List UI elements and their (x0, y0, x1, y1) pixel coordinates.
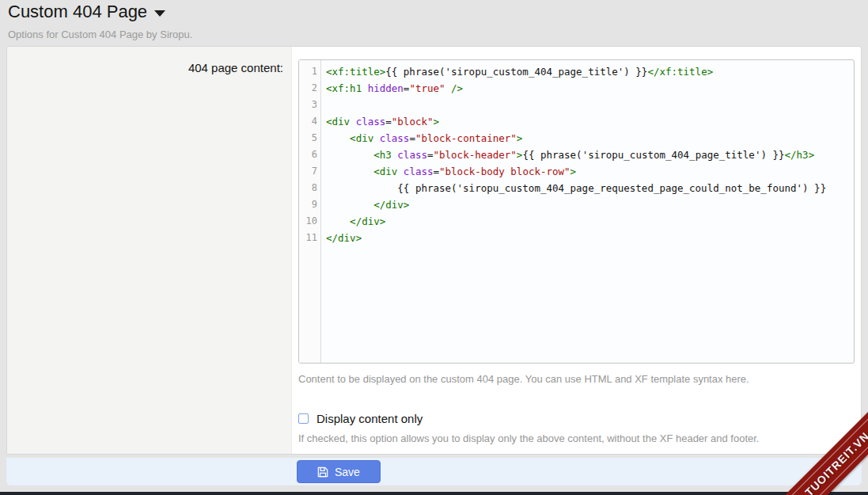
display-content-only-checkbox[interactable] (298, 413, 309, 424)
code-line: <div class="block-container"> (326, 130, 854, 147)
option-label: 404 page content: (188, 61, 283, 74)
editor-line-number-gutter: 1234567891011 (299, 60, 321, 363)
save-bar: Save (6, 458, 862, 485)
code-line: <h3 class="block-header">{{ phrase('siro… (326, 147, 854, 163)
chevron-down-icon (154, 10, 165, 17)
page-header: Custom 404 Page Options for Custom 404 P… (0, 0, 868, 40)
code-line: </div> (326, 230, 854, 246)
code-line: </div> (326, 196, 854, 213)
code-editor[interactable]: 1234567891011 <xf:title>{{ phrase('sirop… (298, 59, 855, 364)
option-label-cell: 404 page content: (7, 47, 292, 454)
code-line: <xf:h1 hidden="true" /> (326, 80, 854, 97)
code-line: <xf:title>{{ phrase('siropu_custom_404_p… (326, 63, 854, 80)
code-line: <div class="block-body block-row"> (326, 163, 854, 180)
page-title-dropdown[interactable]: Custom 404 Page (8, 1, 860, 23)
editor-code-area[interactable]: <xf:title>{{ phrase('siropu_custom_404_p… (321, 60, 854, 363)
code-line: {{ phrase('siropu_custom_404_page_reques… (326, 180, 854, 196)
bottom-divider-strip (0, 492, 868, 495)
code-line: </div> (326, 213, 854, 230)
code-line (326, 97, 854, 113)
display-content-only-option[interactable]: Display content only (298, 412, 855, 425)
options-panel: 404 page content: 1234567891011 <xf:titl… (6, 46, 862, 455)
page: Custom 404 Page Options for Custom 404 P… (0, 0, 868, 495)
code-line: <div class="block"> (326, 113, 854, 130)
page-subtitle: Options for Custom 404 Page by Siropu. (8, 29, 860, 40)
display-content-only-label[interactable]: Display content only (316, 412, 423, 425)
page-title: Custom 404 Page (8, 1, 147, 23)
save-button[interactable]: Save (297, 460, 381, 483)
option-content-cell: 1234567891011 <xf:title>{{ phrase('sirop… (292, 47, 861, 454)
checkbox-explain-text: If checked, this option allows you to di… (298, 432, 855, 445)
save-button-label: Save (335, 466, 360, 478)
floppy-disk-icon (317, 466, 328, 478)
editor-explain-text: Content to be displayed on the custom 40… (298, 373, 855, 386)
